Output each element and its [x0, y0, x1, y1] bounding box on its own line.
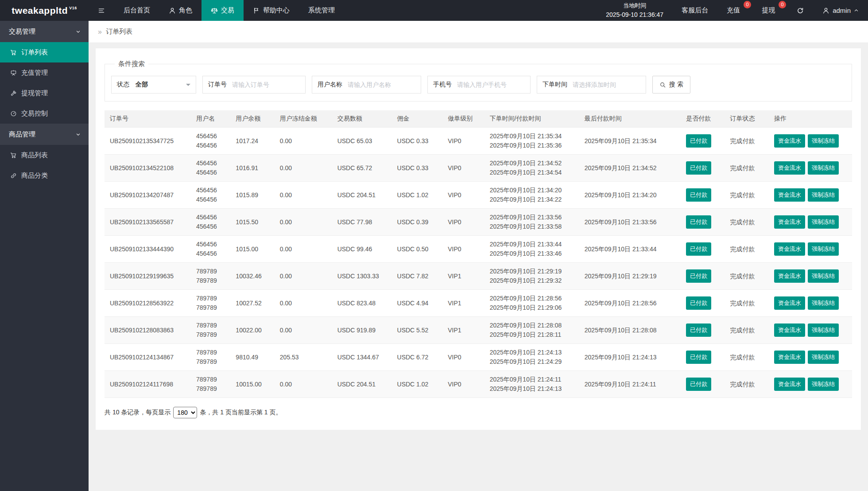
force-freeze-button[interactable]: 强制冻结: [808, 215, 839, 229]
fund-flow-button[interactable]: 资金流水: [774, 215, 805, 229]
search-button[interactable]: 搜 索: [652, 76, 690, 94]
nav-dashboard[interactable]: 后台首页: [114, 0, 159, 21]
content-card: 条件搜索 状态 全部 订单号 用户名称: [96, 48, 861, 430]
force-freeze-button[interactable]: 强制冻结: [808, 323, 839, 337]
fund-flow-button[interactable]: 资金流水: [774, 378, 805, 391]
customer-service-link[interactable]: 客服后台: [672, 0, 717, 21]
search-fieldset: 条件搜索 状态 全部 订单号 用户名称: [105, 60, 852, 101]
fund-flow-button[interactable]: 资金流水: [774, 351, 805, 364]
force-freeze-button[interactable]: 强制冻结: [808, 161, 839, 175]
withdraw-link[interactable]: 提现 0: [752, 0, 787, 21]
table-row: UB25091021345221084564564564561016.910.0…: [105, 155, 852, 182]
status-select[interactable]: 全部: [135, 76, 196, 93]
cell-order-no: UB2509102124134867: [105, 344, 193, 371]
force-freeze-button[interactable]: 强制冻结: [808, 378, 839, 391]
cell-balance: 1015.50: [232, 209, 276, 236]
col-user-frozen: 用户冻结金额: [276, 110, 334, 128]
cell-paid: 已付款: [682, 371, 726, 398]
withdraw-badge: 0: [779, 1, 786, 8]
cell-status: 完成付款: [727, 155, 771, 182]
fund-flow-button[interactable]: 资金流水: [774, 188, 805, 202]
cell-amount: USDC 919.89: [334, 317, 394, 344]
user-name-filter: 用户名称: [312, 76, 421, 94]
force-freeze-button[interactable]: 强制冻结: [808, 134, 839, 148]
paid-status-button[interactable]: 已付款: [686, 269, 711, 283]
sidebar-item-order-list[interactable]: 订单列表: [0, 42, 89, 62]
sidebar-item-withdraw-management[interactable]: 提现管理: [0, 83, 89, 103]
sidebar: 交易管理 订单列表 充值管理 提现管理 交易控制 商品管理 商品列表 商品分类: [0, 21, 89, 491]
cell-balance: 10022.00: [232, 317, 276, 344]
cell-actions: 资金流水强制冻结: [771, 236, 852, 263]
table-row: UB250910212856392278978978978910027.520.…: [105, 290, 852, 317]
cell-order-no: UB2509102128083863: [105, 317, 193, 344]
fund-flow-button[interactable]: 资金流水: [774, 242, 805, 256]
nav-system[interactable]: 系统管理: [299, 0, 344, 21]
nav-trade[interactable]: 交易: [202, 0, 244, 21]
cell-order-pay-time: 2025年09月10日 21:33:562025年09月10日 21:33:58: [486, 209, 581, 236]
recharge-link[interactable]: 充值 0: [717, 0, 752, 21]
cart-icon: [10, 152, 17, 159]
paid-status-button[interactable]: 已付款: [686, 351, 711, 364]
sidebar-item-recharge-management[interactable]: 充值管理: [0, 62, 89, 83]
paid-status-button[interactable]: 已付款: [686, 215, 711, 229]
paid-status-button[interactable]: 已付款: [686, 296, 711, 310]
cell-actions: 资金流水强制冻结: [771, 344, 852, 371]
fund-flow-button[interactable]: 资金流水: [774, 161, 805, 175]
force-freeze-button[interactable]: 强制冻结: [808, 351, 839, 364]
cell-commission: USDC 1.02: [394, 371, 445, 398]
cell-frozen: 0.00: [276, 209, 334, 236]
local-time: 当地时间 2025-09-10 21:36:47: [597, 0, 672, 21]
fund-flow-button[interactable]: 资金流水: [774, 269, 805, 283]
cell-paid: 已付款: [682, 155, 726, 182]
cell-paid: 已付款: [682, 290, 726, 317]
paid-status-button[interactable]: 已付款: [686, 242, 711, 256]
nav-roles[interactable]: 角色: [159, 0, 202, 21]
cell-last-pay-time: 2025年09月10日 21:24:11: [581, 371, 682, 398]
user-name-input[interactable]: [348, 76, 421, 93]
col-commission: 佣金: [394, 110, 445, 128]
paid-status-button[interactable]: 已付款: [686, 161, 711, 175]
user-menu[interactable]: admin: [813, 0, 868, 21]
cell-commission: USDC 0.39: [394, 209, 445, 236]
sidebar-item-product-category[interactable]: 商品分类: [0, 165, 89, 186]
cell-level: VIP1: [444, 290, 486, 317]
cell-paid: 已付款: [682, 182, 726, 209]
cell-amount: USDC 65.03: [334, 128, 394, 155]
fund-flow-button[interactable]: 资金流水: [774, 323, 805, 337]
fund-flow-button[interactable]: 资金流水: [774, 296, 805, 310]
sidebar-item-product-list[interactable]: 商品列表: [0, 145, 89, 165]
force-freeze-button[interactable]: 强制冻结: [808, 269, 839, 283]
refresh-button[interactable]: [787, 0, 813, 21]
phone-input[interactable]: [457, 76, 530, 93]
cell-order-pay-time: 2025年09月10日 21:34:202025年09月10日 21:34:22: [486, 182, 581, 209]
cell-status: 完成付款: [727, 236, 771, 263]
force-freeze-button[interactable]: 强制冻结: [808, 296, 839, 310]
sidebar-group-trade-management[interactable]: 交易管理: [0, 21, 89, 42]
paid-status-button[interactable]: 已付款: [686, 134, 711, 148]
force-freeze-button[interactable]: 强制冻结: [808, 242, 839, 256]
cell-level: VIP0: [444, 209, 486, 236]
nav-help-center[interactable]: 帮助中心: [244, 0, 299, 21]
force-freeze-button[interactable]: 强制冻结: [808, 188, 839, 202]
paid-status-button[interactable]: 已付款: [686, 378, 711, 391]
cell-level: VIP0: [444, 155, 486, 182]
paid-status-button[interactable]: 已付款: [686, 188, 711, 202]
order-time-input[interactable]: [573, 76, 646, 93]
cell-order-pay-time: 2025年09月10日 21:28:082025年09月10日 21:28:11: [486, 317, 581, 344]
page-size-select[interactable]: 180: [173, 407, 197, 418]
sidebar-item-trade-control[interactable]: 交易控制: [0, 103, 89, 124]
scales-icon: [211, 7, 218, 14]
sidebar-toggle-button[interactable]: [89, 0, 114, 21]
orders-table: 订单号 用户名 用户余额 用户冻结金额 交易数额 佣金 做单级别 下单时间/付款…: [105, 110, 852, 398]
sidebar-group-product-management[interactable]: 商品管理: [0, 124, 89, 145]
cell-actions: 资金流水强制冻结: [771, 209, 852, 236]
chevron-down-icon: [186, 84, 190, 88]
order-no-input[interactable]: [232, 76, 305, 93]
cell-paid: 已付款: [682, 209, 726, 236]
cell-order-pay-time: 2025年09月10日 21:24:112025年09月10日 21:24:13: [486, 371, 581, 398]
cell-status: 完成付款: [727, 209, 771, 236]
cell-username: 789789789789: [193, 344, 232, 371]
fund-flow-button[interactable]: 资金流水: [774, 134, 805, 148]
table-row: UB25091021334443904564564564561015.000.0…: [105, 236, 852, 263]
paid-status-button[interactable]: 已付款: [686, 323, 711, 337]
